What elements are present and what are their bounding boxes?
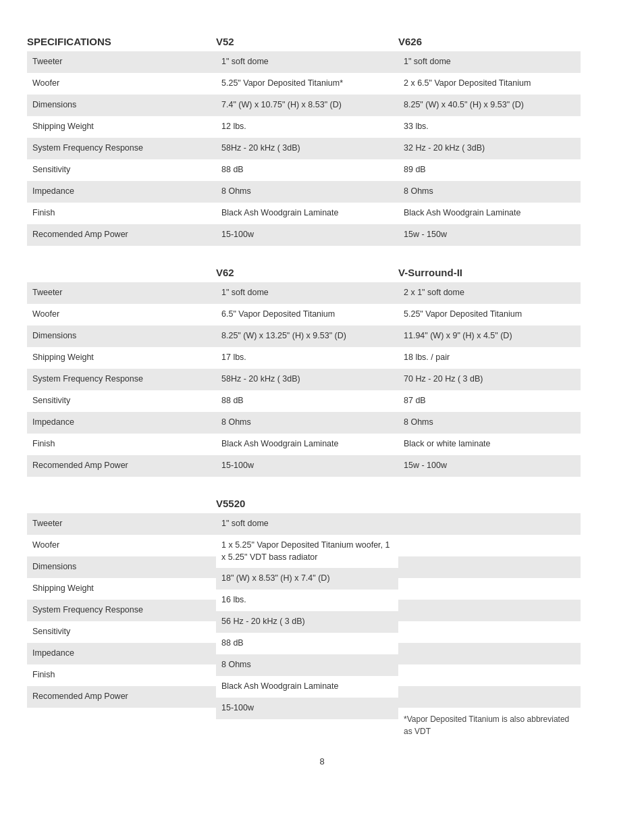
section-3: Tweeter Woofer Dimensions Shipping Weigh… [27,489,617,743]
data-row: 12 lbs. [216,116,398,138]
spec-col-header: SPECIFICATIONS [27,27,216,51]
data-row: 1" soft dome [216,51,398,73]
empty-row [398,556,581,578]
label-row: Shipping Weight [27,116,216,138]
label-row: Woofer [27,535,216,556]
data-row: 1" soft dome [216,513,398,535]
data-row: Black Ash Woodgrain Laminate [216,434,398,455]
empty-row [398,578,581,600]
data-row: 6.5" Vapor Deposited Titanium [216,304,398,325]
data-row: 1 x 5.25" Vapor Deposited Titanium woofe… [216,535,398,568]
label-row: Recomended Amp Power [27,224,216,246]
data-row: 33 lbs. [398,116,581,138]
data-row: 8 Ohms [398,181,581,203]
label-row: Finish [27,434,216,455]
labels-col-1: SPECIFICATIONS Tweeter Woofer Dimensions… [27,27,216,246]
label-row: Woofer [27,73,216,95]
data-row: 1" soft dome [398,51,581,73]
data-row: 88 dB [216,390,398,412]
data-row: 2 x 6.5" Vapor Deposited Titanium [398,73,581,95]
data-row: 15-100w [216,224,398,246]
data-row: 18 lbs. / pair [398,347,581,369]
vsurround-header: V-Surround-II [398,258,581,282]
empty-row [398,535,581,556]
data-row: Black or white laminate [398,434,581,455]
label-row: Impedance [27,412,216,434]
v52-header: V52 [216,27,398,51]
label-row: Woofer [27,304,216,325]
data-row: 8 Ohms [216,412,398,434]
label-row: Impedance [27,181,216,203]
v62-col: V62 1" soft dome 6.5" Vapor Deposited Ti… [216,258,398,477]
label-row: Dimensions [27,556,216,578]
label-row: Shipping Weight [27,578,216,600]
data-row: 8.25" (W) x 13.25" (H) x 9.53" (D) [216,325,398,347]
label-row: System Frequency Response [27,369,216,390]
label-row: Sensitivity [27,390,216,412]
spec-col-header-3 [27,489,216,513]
v5520-col: V5520 1" soft dome 1 x 5.25" Vapor Depos… [216,489,398,743]
data-row: 17 lbs. [216,347,398,369]
section-2: Tweeter Woofer Dimensions Shipping Weigh… [27,258,617,477]
empty-row [398,664,581,686]
data-row: 8 Ohms [216,181,398,203]
data-row: 58Hz - 20 kHz ( 3dB) [216,369,398,390]
data-row: 5.25" Vapor Deposited Titanium [398,304,581,325]
page: SPECIFICATIONS Tweeter Woofer Dimensions… [27,27,617,766]
data-row: 1" soft dome [216,282,398,304]
data-row: Black Ash Woodgrain Laminate [398,203,581,224]
label-row: Tweeter [27,282,216,304]
label-row: System Frequency Response [27,138,216,159]
labels-col-2: Tweeter Woofer Dimensions Shipping Weigh… [27,258,216,477]
footnote-col: *Vapor Deposited Titanium is also abbrev… [398,489,581,743]
data-row: 15-100w [216,698,398,719]
v5520-header: V5520 [216,489,398,513]
data-row: 58Hz - 20 kHz ( 3dB) [216,138,398,159]
empty-row [398,600,581,621]
data-row: 8.25" (W) x 40.5" (H) x 9.53" (D) [398,95,581,116]
label-row: Tweeter [27,513,216,535]
data-row: 87 dB [398,390,581,412]
data-row: 7.4" (W) x 10.75" (H) x 8.53" (D) [216,95,398,116]
data-row: Black Ash Woodgrain Laminate [216,676,398,698]
data-row: 15-100w [216,455,398,477]
data-row: 2 x 1" soft dome [398,282,581,304]
page-number: 8 [27,756,617,766]
data-row: 16 lbs. [216,590,398,611]
empty-row [398,686,581,708]
data-row: 88 dB [216,159,398,181]
label-row: Finish [27,203,216,224]
label-row: Sensitivity [27,159,216,181]
footnote-text: *Vapor Deposited Titanium is also abbrev… [398,708,581,743]
data-row: 5.25" Vapor Deposited Titanium* [216,73,398,95]
data-row: 11.94" (W) x 9" (H) x 4.5" (D) [398,325,581,347]
data-row: 88 dB [216,633,398,654]
vsurround-col: V-Surround-II 2 x 1" soft dome 5.25" Vap… [398,258,581,477]
data-row: 32 Hz - 20 kHz ( 3dB) [398,138,581,159]
data-row: 18" (W) x 8.53" (H) x 7.4" (D) [216,568,398,590]
v62-header: V62 [216,258,398,282]
v626-header: V626 [398,27,581,51]
label-row: Recomended Amp Power [27,686,216,708]
label-row: Recomended Amp Power [27,455,216,477]
spec-col-header-2 [27,258,216,282]
v52-col: V52 1" soft dome 5.25" Vapor Deposited T… [216,27,398,246]
section-1: SPECIFICATIONS Tweeter Woofer Dimensions… [27,27,617,246]
label-row: Shipping Weight [27,347,216,369]
data-row: 8 Ohms [398,412,581,434]
data-row: 15w - 100w [398,455,581,477]
data-row: 8 Ohms [216,654,398,676]
v626-col: V626 1" soft dome 2 x 6.5" Vapor Deposit… [398,27,581,246]
empty-row [398,513,581,535]
empty-row [398,643,581,664]
empty-header-3 [398,489,581,513]
data-row: 70 Hz - 20 Hz ( 3 dB) [398,369,581,390]
labels-col-3: Tweeter Woofer Dimensions Shipping Weigh… [27,489,216,743]
label-row: Finish [27,664,216,686]
data-row: 89 dB [398,159,581,181]
data-row: Black Ash Woodgrain Laminate [216,203,398,224]
label-row: System Frequency Response [27,600,216,621]
data-row: 15w - 150w [398,224,581,246]
label-row: Dimensions [27,95,216,116]
empty-row [398,621,581,643]
